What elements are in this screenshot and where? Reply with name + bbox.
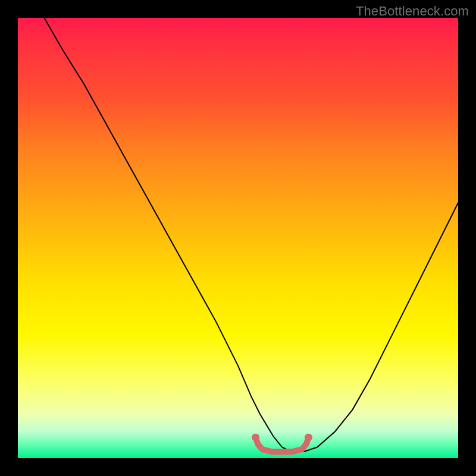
- bottleneck-curve: [44, 18, 458, 452]
- watermark-text: TheBottleneck.com: [356, 4, 469, 19]
- chart-container: TheBottleneck.com: [0, 0, 476, 476]
- sweet-spot-end-dot: [305, 434, 312, 441]
- sweet-spot-marker: [256, 437, 309, 452]
- chart-svg: [18, 18, 458, 458]
- plot-area: [18, 18, 458, 458]
